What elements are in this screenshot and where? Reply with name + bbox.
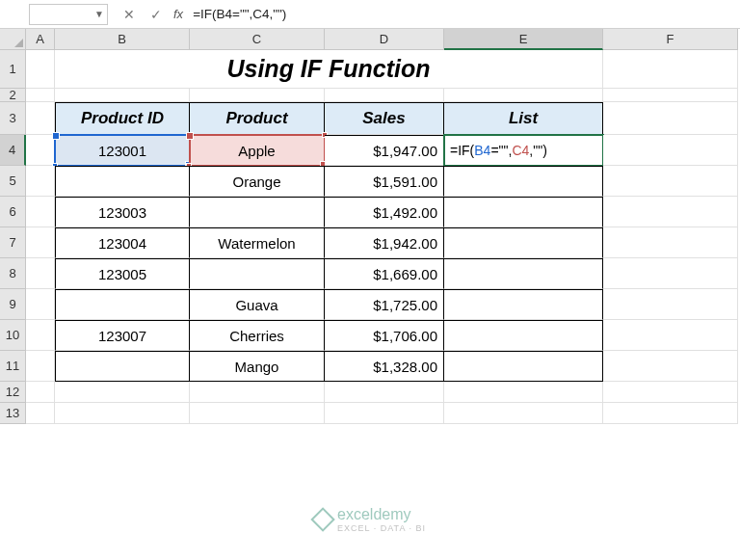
cell-D4[interactable]: $1,947.00 — [325, 135, 444, 166]
cell-D6[interactable]: $1,492.00 — [325, 197, 444, 227]
cell-D12[interactable] — [325, 382, 444, 403]
cell-C12[interactable] — [190, 382, 325, 403]
row-9[interactable]: 9 — [0, 289, 26, 320]
row-7[interactable]: 7 — [0, 227, 26, 258]
cell-E13[interactable] — [444, 403, 603, 424]
cell-E4[interactable]: =IF(B4="",C4,"") — [444, 135, 603, 166]
cell-F6[interactable] — [603, 197, 738, 227]
cell-A9[interactable] — [26, 289, 55, 320]
row-2[interactable]: 2 — [0, 89, 26, 102]
cell-D11[interactable]: $1,328.00 — [325, 351, 444, 382]
cell-A4[interactable] — [26, 135, 55, 166]
cell-E12[interactable] — [444, 382, 603, 403]
row-5[interactable]: 5 — [0, 166, 26, 197]
cell-D13[interactable] — [325, 403, 444, 424]
cell-D10[interactable]: $1,706.00 — [325, 320, 444, 351]
row-12[interactable]: 12 — [0, 382, 26, 403]
cell-B5[interactable] — [55, 166, 190, 197]
cell-D7[interactable]: $1,942.00 — [325, 227, 444, 258]
cell-F12[interactable] — [603, 382, 738, 403]
cell-C9[interactable]: Guava — [190, 289, 325, 320]
cell-F7[interactable] — [603, 227, 738, 258]
cell-E2[interactable] — [444, 89, 603, 102]
cell-C10[interactable]: Cherries — [190, 320, 325, 351]
cell-E8[interactable] — [444, 258, 603, 289]
cell-F13[interactable] — [603, 403, 738, 424]
cell-A1[interactable] — [26, 50, 55, 89]
cell-A10[interactable] — [26, 320, 55, 351]
cell-D8[interactable]: $1,669.00 — [325, 258, 444, 289]
cell-C6[interactable] — [190, 197, 325, 227]
cell-E11[interactable] — [444, 351, 603, 382]
row-13[interactable]: 13 — [0, 403, 26, 424]
cell-B13[interactable] — [55, 403, 190, 424]
cell-A11[interactable] — [26, 351, 55, 382]
cell-A8[interactable] — [26, 258, 55, 289]
cell-E6[interactable] — [444, 197, 603, 227]
cell-E10[interactable] — [444, 320, 603, 351]
fx-icon[interactable]: fx — [173, 7, 183, 21]
cell-D5[interactable]: $1,591.00 — [325, 166, 444, 197]
page-title[interactable]: Using IF Function — [55, 50, 603, 89]
th-list[interactable]: List — [444, 102, 603, 135]
cell-B11[interactable] — [55, 351, 190, 382]
th-product-id[interactable]: Product ID — [55, 102, 190, 135]
row-6[interactable]: 6 — [0, 197, 26, 227]
cell-A13[interactable] — [26, 403, 55, 424]
cell-B7[interactable]: 123004 — [55, 227, 190, 258]
cell-B9[interactable] — [55, 289, 190, 320]
col-C[interactable]: C — [190, 29, 325, 50]
row-8[interactable]: 8 — [0, 258, 26, 289]
cell-B8[interactable]: 123005 — [55, 258, 190, 289]
cell-C11[interactable]: Mango — [190, 351, 325, 382]
select-all-triangle[interactable] — [0, 29, 26, 50]
cell-A2[interactable] — [26, 89, 55, 102]
cell-E9[interactable] — [444, 289, 603, 320]
cell-F9[interactable] — [603, 289, 738, 320]
row-3[interactable]: 3 — [0, 102, 26, 135]
cell-E5[interactable] — [444, 166, 603, 197]
cancel-icon[interactable]: ✕ — [116, 4, 143, 25]
cell-B2[interactable] — [55, 89, 190, 102]
cell-F11[interactable] — [603, 351, 738, 382]
cell-B6[interactable]: 123003 — [55, 197, 190, 227]
enter-icon[interactable]: ✓ — [143, 4, 170, 25]
cell-C13[interactable] — [190, 403, 325, 424]
row-11[interactable]: 11 — [0, 351, 26, 382]
cell-A6[interactable] — [26, 197, 55, 227]
cell-A5[interactable] — [26, 166, 55, 197]
cell-F1[interactable] — [603, 50, 738, 89]
cell-A12[interactable] — [26, 382, 55, 403]
th-product[interactable]: Product — [190, 102, 325, 135]
cell-C5[interactable]: Orange — [190, 166, 325, 197]
cell-F2[interactable] — [603, 89, 738, 102]
cell-A3[interactable] — [26, 102, 55, 135]
formula-bar-input[interactable]: =IF(B4="",C4,"") — [187, 4, 740, 25]
name-box-dropdown-icon[interactable]: ▼ — [92, 9, 107, 19]
cell-D2[interactable] — [325, 89, 444, 102]
cell-C4[interactable]: Apple — [190, 135, 325, 166]
cell-C8[interactable] — [190, 258, 325, 289]
cell-B12[interactable] — [55, 382, 190, 403]
col-A[interactable]: A — [26, 29, 55, 50]
col-D[interactable]: D — [325, 29, 444, 50]
row-1[interactable]: 1 — [0, 50, 26, 89]
name-box[interactable]: ▼ — [29, 4, 108, 25]
cell-F10[interactable] — [603, 320, 738, 351]
row-10[interactable]: 10 — [0, 320, 26, 351]
cell-F4[interactable] — [603, 135, 738, 166]
col-E[interactable]: E — [444, 29, 603, 50]
col-F[interactable]: F — [603, 29, 738, 50]
cell-B4[interactable]: 123001 — [55, 135, 190, 166]
cell-F5[interactable] — [603, 166, 738, 197]
cell-B10[interactable]: 123007 — [55, 320, 190, 351]
cell-C2[interactable] — [190, 89, 325, 102]
cell-E7[interactable] — [444, 227, 603, 258]
cell-C7[interactable]: Watermelon — [190, 227, 325, 258]
col-B[interactable]: B — [55, 29, 190, 50]
cell-F3[interactable] — [603, 102, 738, 135]
row-4[interactable]: 4 — [0, 135, 26, 166]
th-sales[interactable]: Sales — [325, 102, 444, 135]
cell-A7[interactable] — [26, 227, 55, 258]
cell-D9[interactable]: $1,725.00 — [325, 289, 444, 320]
